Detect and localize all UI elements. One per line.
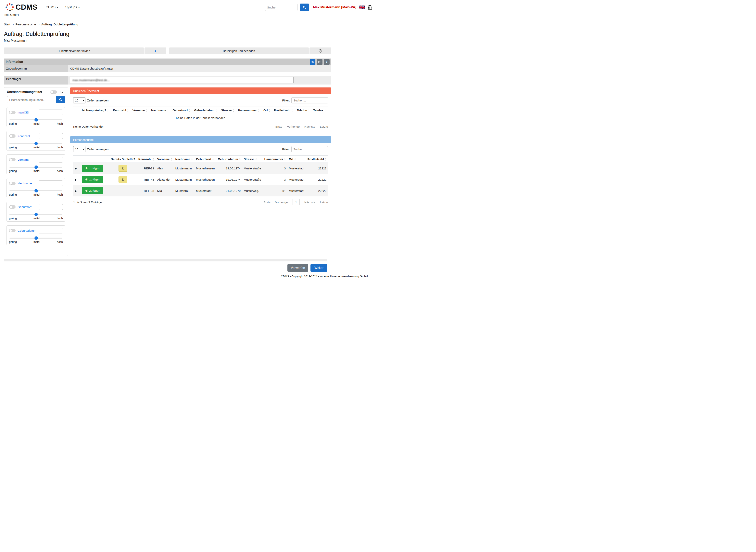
pagination-previous[interactable]: Vorherige [287, 125, 300, 128]
duplicate-copy-button[interactable] [119, 165, 127, 172]
discard-button[interactable]: Verwerfen [288, 264, 308, 272]
slider-handle[interactable] [34, 189, 38, 192]
building-icon[interactable] [367, 5, 372, 10]
uk-flag-icon[interactable] [359, 6, 365, 9]
page-size-select[interactable]: 10 [73, 146, 85, 152]
workflow-step-dublettenklammer: Dublettenklammer bilden ● [4, 47, 166, 54]
filter-value-input[interactable] [39, 110, 63, 115]
column-header[interactable]: Geburtsdatum [193, 107, 219, 114]
share-button[interactable] [310, 59, 316, 65]
pagination-current-page[interactable]: 1 [293, 199, 300, 205]
cdms-logo[interactable]: CDMS [5, 3, 37, 12]
nav-menu-sysops[interactable]: SysOps ▾ [65, 5, 80, 9]
column-header[interactable]: Telefax [312, 107, 328, 114]
filter-label-link[interactable]: mainCID [17, 111, 29, 114]
column-label: Bereits Dublette? [111, 157, 135, 161]
column-header[interactable]: Nachname [174, 156, 195, 163]
scale-high: hoch [57, 240, 63, 244]
workflow-step-label[interactable]: Dublettenklammer bilden [4, 47, 144, 54]
pagination-next[interactable]: Nächste [304, 200, 315, 204]
slider-handle[interactable] [34, 236, 38, 240]
filter-search-input[interactable] [7, 96, 56, 103]
pagination-first[interactable]: Erste [263, 200, 270, 204]
cell-geburtsort: Musterhausen [194, 163, 216, 174]
current-user[interactable]: Max Mustermann [Max+PA] [313, 5, 356, 9]
share-icon [311, 60, 314, 63]
filter-label-link[interactable]: Nachname [17, 182, 32, 185]
column-header[interactable]: Postleitzahl [272, 107, 295, 114]
expand-row-icon[interactable]: ▶ [75, 167, 77, 170]
nav-menu-cdms[interactable]: CDMS ▾ [46, 5, 58, 9]
column-header[interactable]: Strasse [219, 107, 236, 114]
global-search-input[interactable] [265, 4, 298, 11]
filter-label-link[interactable]: Geburtsort [17, 205, 31, 209]
column-header[interactable]: Bereits Dublette? [109, 156, 137, 163]
cell-vorname: Alexander [156, 174, 174, 185]
column-header[interactable]: Strasse [242, 156, 263, 163]
column-header[interactable]: Geburtsort [171, 107, 193, 114]
filter-toggle[interactable] [9, 205, 16, 209]
filter-label-link[interactable]: Geburtsdatum [17, 229, 36, 232]
duplicate-copy-button[interactable] [119, 176, 127, 183]
cell-geburtsdatum: 19.06.1974 [216, 174, 242, 185]
column-header[interactable]: Nachname [150, 107, 171, 114]
filter-label-link[interactable]: Kennzahl [17, 134, 30, 138]
add-button[interactable]: Hinzufügen [82, 165, 103, 172]
slider-handle[interactable] [34, 165, 38, 169]
expand-row-icon[interactable]: ▶ [75, 189, 77, 192]
table-filter-input[interactable] [292, 146, 328, 152]
column-header[interactable]: Telefon [295, 107, 312, 114]
slider-handle[interactable] [34, 142, 38, 145]
filter-value-input[interactable] [39, 204, 63, 210]
chevron-down-icon[interactable] [60, 90, 63, 93]
filter-search-button[interactable] [56, 96, 65, 103]
expand-row-icon[interactable]: ▶ [75, 178, 77, 181]
filter-toggle[interactable] [9, 182, 16, 185]
info-button[interactable]: i [324, 59, 330, 65]
filter-toggle[interactable] [9, 111, 16, 114]
filter-toggle[interactable] [9, 158, 16, 161]
add-column-header [80, 156, 109, 163]
column-header[interactable]: Ort [287, 156, 306, 163]
filter-toggle[interactable] [9, 229, 16, 232]
next-button[interactable]: Weiter [311, 264, 327, 272]
pagination-previous[interactable]: Vorherige [275, 200, 288, 204]
workflow-step-label[interactable]: Bereinigen und beenden [169, 47, 309, 54]
global-search-button[interactable] [300, 4, 309, 11]
column-header[interactable]: Hausnummer [236, 107, 262, 114]
filter-value-input[interactable] [39, 133, 63, 139]
column-header[interactable]: Hausnummer [263, 156, 287, 163]
page-size-label: Zeilen anzeigen [87, 148, 109, 151]
column-header[interactable]: Ort [262, 107, 272, 114]
filter-value-input[interactable] [39, 157, 63, 162]
column-header[interactable]: Ist Haupteintrag? [80, 107, 112, 114]
column-header[interactable]: Kennzahl [137, 156, 156, 163]
pagination-first[interactable]: Erste [275, 125, 282, 128]
column-header[interactable]: Geburtsort [194, 156, 216, 163]
slider-handle[interactable] [34, 213, 38, 216]
column-header[interactable]: Vorname [131, 107, 150, 114]
pagination-last[interactable]: Letzte [320, 200, 328, 204]
column-header[interactable]: Geburtsdatum [216, 156, 242, 163]
pagination-last[interactable]: Letzte [320, 125, 328, 128]
add-button[interactable]: Hinzufügen [82, 176, 103, 183]
requester-email-field[interactable]: max.mustermann@test.de... [70, 77, 294, 83]
card-button[interactable] [317, 59, 323, 65]
add-button[interactable]: Hinzufügen [82, 187, 103, 194]
slider-scale: gering mittel hoch [9, 240, 63, 244]
breadcrumb-start[interactable]: Start [4, 23, 10, 26]
slider-scale: gering mittel hoch [9, 122, 63, 125]
slider-handle[interactable] [34, 118, 38, 122]
column-header[interactable]: Kennzahl [112, 107, 131, 114]
table-filter-input[interactable] [292, 97, 328, 104]
breadcrumb-personensuche[interactable]: Personensuche [15, 23, 36, 26]
pagination-next[interactable]: Nächste [304, 125, 315, 128]
column-header[interactable]: Postleitzahl [306, 156, 328, 163]
column-header[interactable]: Vorname [156, 156, 174, 163]
page-size-select[interactable]: 10 [73, 97, 85, 104]
filter-label-link[interactable]: Vorname [17, 158, 29, 161]
filter-value-input[interactable] [39, 228, 63, 234]
filter-toggle[interactable] [9, 134, 16, 138]
filter-value-input[interactable] [39, 180, 63, 186]
filter-panel-toggle[interactable] [50, 91, 57, 94]
